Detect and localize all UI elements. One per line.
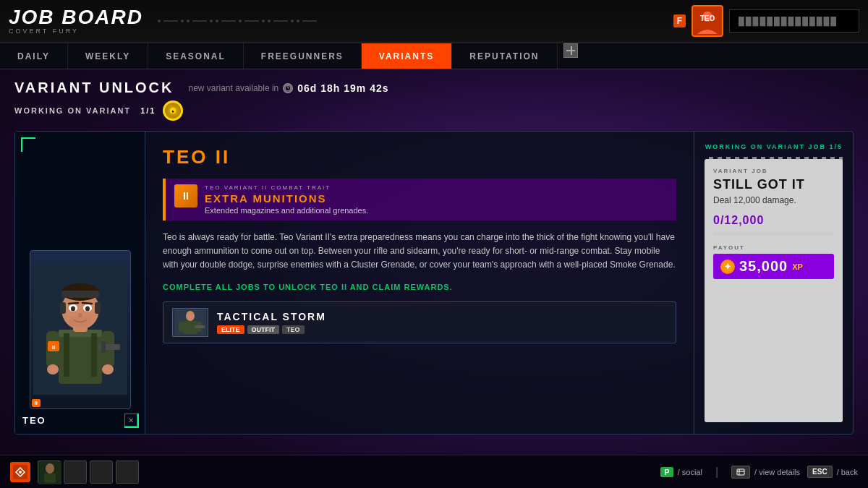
- nav-extra-icon[interactable]: [563, 43, 578, 58]
- trait-box: II TEO VARIANT II COMBAT TRAIT EXTRA MUN…: [163, 179, 676, 221]
- nav-daily[interactable]: DAILY: [0, 43, 68, 69]
- char-name-bar: TEO ✕: [22, 414, 137, 427]
- arrow-icon: [566, 46, 576, 56]
- working-on-job-label: WORKING ON VARIANT JOB 1/5: [705, 143, 843, 150]
- deco-dot: [158, 20, 161, 22]
- trait-name: EXTRA MUNITIONS: [205, 192, 368, 205]
- svg-point-18: [47, 364, 59, 374]
- right-panel: WORKING ON VARIANT JOB 1/5 VARIANT JOB S…: [694, 132, 853, 434]
- svg-rect-49: [737, 469, 744, 475]
- svg-rect-33: [69, 317, 91, 327]
- reward-outfit-icon: [174, 309, 206, 335]
- deco-line: [302, 20, 317, 22]
- f-badge: F: [673, 14, 686, 27]
- deco-dot: [291, 20, 294, 22]
- deco-dot: [210, 20, 213, 22]
- nav-weekly[interactable]: WEEKLY: [68, 43, 148, 69]
- variant-name: TEO II: [163, 146, 676, 168]
- svg-text:II: II: [51, 344, 54, 351]
- bottom-bar: P / social | / view details ESC / back: [0, 455, 868, 488]
- job-card-title: STILL GOT IT: [713, 177, 834, 192]
- deco-dot: [216, 20, 218, 22]
- deco-dot: [268, 20, 271, 22]
- svg-rect-48: [44, 474, 56, 483]
- payout-amount: 35,000: [739, 258, 788, 275]
- timer-section: new variant available in 06d 18h 19m 42s: [189, 82, 389, 94]
- nav-variants[interactable]: VARIANTS: [362, 43, 452, 69]
- nav-bar: DAILY WEEKLY SEASONAL FREEGUNNERS VARIAN…: [0, 43, 868, 69]
- medal-icon: ●: [167, 105, 179, 116]
- job-progress-bar-bg: [713, 231, 834, 236]
- payout-unit: XP: [792, 262, 803, 271]
- char-panel: II II TEO ✕: [15, 132, 145, 434]
- esc-hint: ESC / back: [807, 466, 858, 478]
- view-details-label: / view details: [754, 468, 800, 476]
- brand-icon: [13, 465, 27, 479]
- reward-info: TACTICAL STORM Elite Outfit Teo: [217, 311, 326, 334]
- deco-line: [244, 20, 259, 22]
- reward-name: TACTICAL STORM: [217, 311, 326, 322]
- back-label: / back: [837, 468, 858, 476]
- hint-separator: |: [715, 466, 718, 479]
- job-card: VARIANT JOB STILL GOT IT Deal 12,000 dam…: [705, 159, 843, 422]
- nav-seasonal[interactable]: SEASONAL: [148, 43, 244, 69]
- deco-dot: [187, 20, 190, 22]
- avatar-icon: TEO: [693, 7, 722, 35]
- view-details-key[interactable]: [731, 466, 750, 479]
- tag-outfit: Outfit: [247, 325, 280, 334]
- view-details-icon: [736, 468, 745, 476]
- social-hint: P / social: [660, 467, 702, 477]
- svg-line-30: [69, 303, 78, 304]
- payout-value: ✦ 35,000 XP: [713, 254, 834, 279]
- nav-freegunners[interactable]: FREEGUNNERS: [244, 43, 362, 69]
- slot-char-1: [38, 461, 61, 484]
- svg-point-47: [46, 463, 54, 474]
- timer-label: new variant available in: [189, 83, 279, 93]
- corner-tl: [21, 137, 35, 152]
- nav-reputation[interactable]: REPUTATION: [452, 43, 557, 69]
- svg-rect-37: [101, 341, 106, 353]
- job-progress: 0/12,000: [713, 214, 834, 227]
- trait-icon: II: [174, 184, 197, 207]
- working-on-section: WORKING ON VARIANT 1/1 ●: [14, 100, 854, 121]
- char-slot-2: [64, 461, 87, 484]
- top-right-area: F TEO ██████████████: [673, 5, 859, 37]
- social-label: / social: [678, 468, 702, 476]
- char-image: II: [33, 265, 127, 395]
- job-card-label: VARIANT JOB: [713, 168, 834, 174]
- center-panel: TEO II II TEO VARIANT II COMBAT TRAIT EX…: [145, 132, 694, 434]
- payout-label: PAYOUT: [713, 244, 834, 251]
- view-details-hint: / view details: [731, 466, 800, 479]
- tag-elite: Elite: [217, 325, 244, 334]
- svg-rect-24: [60, 302, 66, 314]
- tag-teo: Teo: [282, 325, 305, 334]
- top-decorations: [158, 20, 673, 22]
- tear-edge-top: [705, 157, 843, 161]
- char-name: TEO: [22, 415, 46, 426]
- deco-line: [163, 20, 178, 22]
- char-frame: II II: [30, 250, 131, 409]
- char-description: Teo is always ready for battle. Teo Vari…: [163, 231, 676, 273]
- trait-label: TEO VARIANT II COMBAT TRAIT: [205, 184, 368, 191]
- reward-image: [172, 308, 208, 337]
- deco-line: [192, 20, 207, 22]
- deco-dot: [239, 20, 242, 22]
- char-slot-3: [90, 461, 113, 484]
- deco-dot: [262, 20, 265, 22]
- svg-rect-43: [195, 325, 205, 328]
- page-content: VARIANT UNLOCK new variant available in …: [0, 69, 868, 445]
- timer-value: 06d 18h 19m 42s: [297, 82, 388, 94]
- char-slot-1: [38, 461, 61, 484]
- p-badge: P: [660, 467, 673, 477]
- char-slots: [38, 461, 139, 484]
- svg-rect-25: [95, 302, 101, 314]
- unlock-cta: COMPLETE ALL JOBS TO UNLOCK TEO II AND C…: [163, 283, 676, 291]
- svg-point-19: [102, 364, 114, 374]
- esc-key[interactable]: ESC: [807, 466, 833, 478]
- svg-line-31: [82, 303, 92, 304]
- clock-icon: [284, 85, 292, 92]
- svg-text:●: ●: [172, 109, 175, 114]
- avatar-box: TEO: [692, 5, 723, 37]
- svg-point-29: [85, 307, 90, 312]
- main-card: II II TEO ✕ TEO II II TEO VARIANT II COM…: [14, 131, 854, 435]
